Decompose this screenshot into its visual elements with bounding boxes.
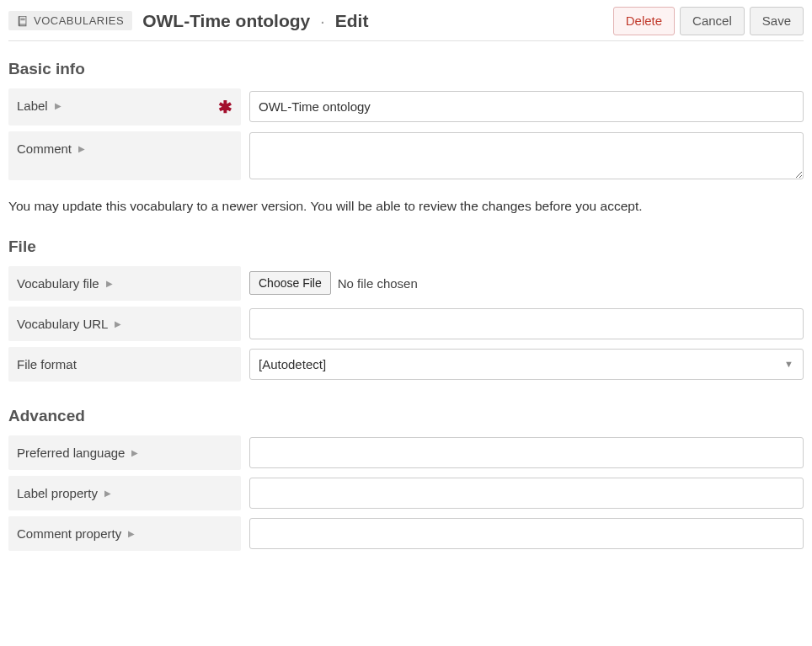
choose-file-button[interactable]: Choose File [249,271,331,295]
vocab-url-input[interactable] [249,308,804,339]
field-label-label[interactable]: Label ▶ [17,99,61,113]
breadcrumb-vocabularies[interactable]: VOCABULARIES [8,11,132,30]
pref-lang-input[interactable] [249,437,804,468]
field-row-label-prop: Label property ▶ [8,474,804,512]
caret-icon: ▶ [104,489,111,498]
label-input[interactable] [249,91,804,122]
caret-icon: ▶ [78,144,85,153]
svg-rect-1 [20,19,24,20]
field-row-file-format: File format [Autodetect] ▼ [8,345,804,383]
caret-icon: ▶ [131,448,138,457]
page-title: OWL-Time ontology · Edit [142,11,368,31]
comment-input[interactable] [249,132,804,179]
page-header: VOCABULARIES OWL-Time ontology · Edit De… [8,7,804,41]
save-button[interactable]: Save [750,7,804,35]
field-row-label: Label ▶ ✱ [8,87,804,127]
caret-icon: ▶ [128,529,135,538]
field-label-vocab-file[interactable]: Vocabulary file ▶ [17,276,113,291]
field-row-comment: Comment ▶ [8,130,804,182]
field-label-comment-prop[interactable]: Comment property ▶ [17,526,135,541]
field-row-vocab-url: Vocabulary URL ▶ [8,305,804,343]
section-heading-basic: Basic info [8,60,804,78]
required-icon: ✱ [218,99,232,115]
field-row-pref-lang: Preferred language ▶ [8,434,804,472]
caret-icon: ▶ [106,279,113,288]
field-label-comment[interactable]: Comment ▶ [17,141,85,156]
delete-button[interactable]: Delete [613,7,675,35]
field-label-file-format: File format [17,357,77,371]
breadcrumb-label: VOCABULARIES [34,14,124,27]
file-status-text: No file chosen [338,276,418,291]
field-label-pref-lang[interactable]: Preferred language ▶ [17,446,138,460]
svg-rect-0 [20,18,24,19]
caret-icon: ▶ [115,319,121,328]
title-name: OWL-Time ontology [142,11,310,30]
file-format-select[interactable]: [Autodetect] [249,349,804,380]
label-prop-input[interactable] [249,478,804,509]
field-row-comment-prop: Comment property ▶ [8,515,804,553]
comment-prop-input[interactable] [249,518,804,549]
field-label-label-prop[interactable]: Label property ▶ [17,486,111,500]
caret-icon: ▶ [55,101,61,110]
book-icon [17,15,29,27]
title-separator: · [315,11,330,30]
title-mode: Edit [335,11,369,30]
section-heading-file: File [8,238,804,256]
section-heading-advanced: Advanced [8,407,804,425]
field-row-vocab-file: Vocabulary file ▶ Choose File No file ch… [8,264,804,302]
update-info-text: You may update this vocabulary to a newe… [8,199,804,214]
field-label-vocab-url[interactable]: Vocabulary URL ▶ [17,317,121,331]
cancel-button[interactable]: Cancel [680,7,745,35]
